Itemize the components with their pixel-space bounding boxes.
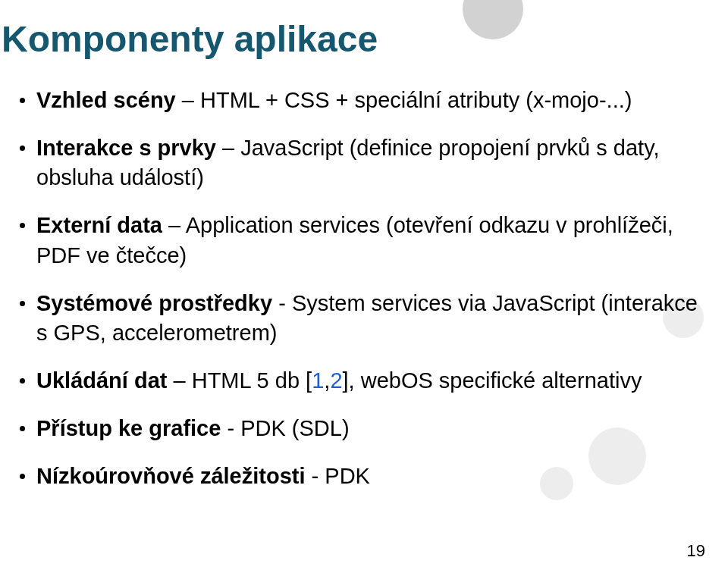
slide-title: Komponenty aplikace [2,18,710,60]
bullet-lead: Ukládání dat [36,368,167,393]
slide-content: Komponenty aplikace Vzhled scény – HTML … [0,0,728,491]
bullet-lead: Nízkoúrovňové záležitosti [36,464,306,488]
bullet-sep: – [176,88,200,112]
list-item: Přístup ke grafice - PDK (SDL) [17,414,710,443]
bullet-rest: ], webOS specifické alternativy [343,368,642,393]
list-item: Ukládání dat – HTML 5 db [1,2], webOS sp… [17,366,710,396]
bullet-lead: Interakce s prvky [36,136,216,160]
bullet-rest: PDK [325,464,370,488]
bullet-lead: Vzhled scény [36,88,176,112]
list-item: Externí data – Application services (ote… [17,211,710,270]
bullet-lead: Externí data [36,213,162,237]
bullet-lead: Systémové prostředky [36,291,272,315]
bullet-sep: – [216,136,240,160]
bullet-sep: - [272,291,292,315]
bullet-sep: - [306,464,325,488]
list-item: Vzhled scény – HTML + CSS + speciální at… [17,86,710,115]
page-number: 19 [687,541,705,561]
bullet-list: Vzhled scény – HTML + CSS + speciální at… [2,86,710,491]
bullet-sep: - [221,416,240,440]
list-item: Interakce s prvky – JavaScript (definice… [17,133,710,193]
bullet-rest: PDK (SDL) [240,416,349,440]
bullet-lead: Přístup ke grafice [36,416,221,440]
bullet-rest: HTML 5 db [ [192,368,312,393]
reference-link[interactable]: 2 [330,368,342,393]
bullet-sep: – [167,368,191,393]
bullet-sep: – [162,213,186,237]
list-item: Systémové prostředky - System services v… [17,289,710,348]
reference-link[interactable]: 1 [312,368,324,393]
bullet-rest: HTML + CSS + speciální atributy (x-mojo-… [200,88,632,112]
list-item: Nízkoúrovňové záležitosti - PDK [17,462,710,491]
